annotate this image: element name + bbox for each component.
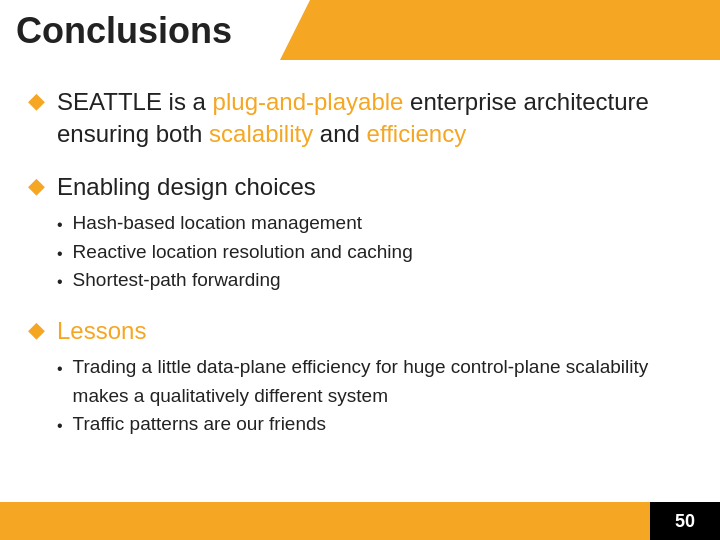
sub-bullet-dot: • xyxy=(57,270,63,294)
highlight-scalability: scalability xyxy=(209,120,313,147)
top-bar-accent xyxy=(280,0,720,60)
page-number: 50 xyxy=(675,511,695,532)
bullet-text-2: Enabling design choices • Hash-based loc… xyxy=(57,171,413,295)
sub-bullet-dot: • xyxy=(57,242,63,266)
main-content: ◆ SEATTLE is a plug-and-playable enterpr… xyxy=(0,68,720,500)
highlight-efficiency: efficiency xyxy=(367,120,467,147)
sub-item-label: Reactive location resolution and caching xyxy=(73,238,413,267)
diamond-icon: ◆ xyxy=(28,173,45,199)
list-item: • Traffic patterns are our friends xyxy=(57,410,692,439)
sub-item-label: Traffic patterns are our friends xyxy=(73,410,326,439)
diamond-icon: ◆ xyxy=(28,88,45,114)
list-item: • Hash-based location management xyxy=(57,209,413,238)
highlight-plug: plug-and-playable xyxy=(213,88,404,115)
lessons-sub-bullets: • Trading a little data-plane efficiency… xyxy=(57,353,692,439)
diamond-icon: ◆ xyxy=(28,317,45,343)
list-item: • Shortest-path forwarding xyxy=(57,266,413,295)
sub-bullet-dot: • xyxy=(57,414,63,438)
sub-bullet-dot: • xyxy=(57,357,63,381)
bullet-text-3: Lessons • Trading a little data-plane ef… xyxy=(57,315,692,439)
list-item: ◆ Lessons • Trading a little data-plane … xyxy=(28,315,692,439)
enabling-label: Enabling design choices xyxy=(57,171,413,203)
top-bar: Conclusions xyxy=(0,0,720,60)
sub-item-label: Trading a little data-plane efficiency f… xyxy=(73,353,692,410)
sub-bullets-list: • Hash-based location management • React… xyxy=(57,209,413,295)
lessons-label: Lessons xyxy=(57,315,692,347)
list-item: ◆ SEATTLE is a plug-and-playable enterpr… xyxy=(28,86,692,151)
page-title: Conclusions xyxy=(16,10,232,52)
bottom-bar: 50 xyxy=(0,502,720,540)
list-item: • Trading a little data-plane efficiency… xyxy=(57,353,692,410)
bullet-text-1: SEATTLE is a plug-and-playable enterpris… xyxy=(57,86,692,151)
sub-item-label: Hash-based location management xyxy=(73,209,362,238)
sub-item-label: Shortest-path forwarding xyxy=(73,266,281,295)
sub-bullet-dot: • xyxy=(57,213,63,237)
list-item: • Reactive location resolution and cachi… xyxy=(57,238,413,267)
page-number-box: 50 xyxy=(650,502,720,540)
list-item: ◆ Enabling design choices • Hash-based l… xyxy=(28,171,692,295)
